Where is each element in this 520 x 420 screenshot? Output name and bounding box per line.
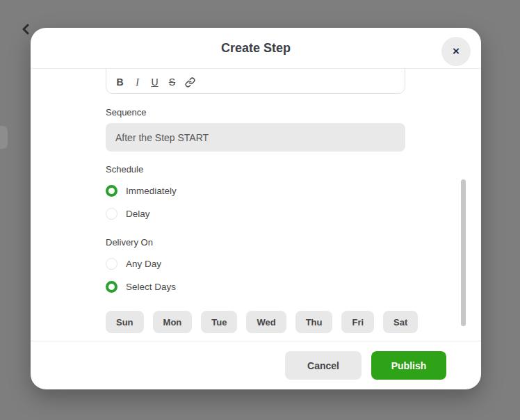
radio-option-delay[interactable]: Delay (106, 207, 405, 220)
create-step-modal: Create Step × B I U S Sequence Schedul (31, 28, 481, 389)
day-button-fri[interactable]: Fri (341, 311, 374, 333)
modal-footer: Cancel Publish (31, 341, 481, 389)
day-button-wed[interactable]: Wed (246, 311, 286, 333)
sequence-input[interactable] (106, 123, 405, 152)
publish-button[interactable]: Publish (371, 351, 446, 380)
radio-label: Delay (126, 209, 150, 219)
radio-option-select-days[interactable]: Select Days (106, 280, 405, 293)
sequence-label: Sequence (106, 107, 405, 118)
close-icon: × (453, 45, 460, 58)
radio-icon (106, 185, 117, 197)
radio-label: Select Days (126, 282, 176, 292)
strikethrough-button[interactable]: S (168, 76, 177, 88)
bold-button[interactable]: B (115, 76, 124, 88)
modal-title: Create Step (31, 28, 481, 68)
schedule-label: Schedule (106, 164, 405, 175)
modal-header: Create Step × (31, 28, 481, 69)
italic-button[interactable]: I (133, 76, 142, 88)
cancel-button[interactable]: Cancel (285, 351, 361, 380)
radio-option-any-day[interactable]: Any Day (106, 257, 405, 270)
modal-body: B I U S Sequence Schedule Immediately De… (31, 69, 481, 341)
chevron-left-icon (17, 21, 34, 38)
scrollbar-thumb[interactable] (461, 179, 466, 326)
radio-label: Any Day (126, 259, 161, 269)
backdrop: Create Step × B I U S Sequence Schedul (0, 0, 520, 420)
day-button-mon[interactable]: Mon (153, 311, 193, 333)
radio-icon (106, 208, 117, 220)
underline-button[interactable]: U (150, 76, 159, 88)
delivery-on-label: Delivery On (106, 237, 405, 248)
link-icon (185, 77, 195, 88)
day-button-tue[interactable]: Tue (201, 311, 237, 333)
day-selector: Sun Mon Tue Wed Thu Fri Sat (106, 311, 405, 333)
rich-text-editor[interactable]: B I U S (106, 69, 405, 94)
radio-option-immediately[interactable]: Immediately (106, 184, 405, 197)
link-button[interactable] (185, 77, 195, 88)
radio-label: Immediately (126, 186, 177, 196)
back-button[interactable] (17, 21, 35, 39)
day-button-thu[interactable]: Thu (295, 311, 333, 333)
left-edge-panel-handle (0, 126, 8, 149)
close-button[interactable]: × (441, 37, 471, 66)
radio-icon (106, 258, 117, 270)
day-button-sat[interactable]: Sat (383, 311, 418, 333)
radio-icon (106, 281, 117, 293)
day-button-sun[interactable]: Sun (106, 311, 144, 333)
editor-toolbar: B I U S (115, 76, 195, 88)
